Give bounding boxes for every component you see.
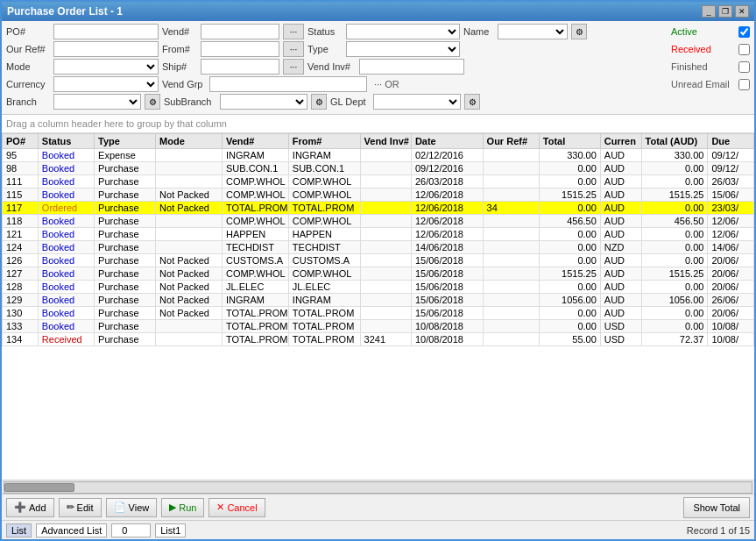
restore-button[interactable]: ❐ (718, 5, 732, 18)
currency-select[interactable] (53, 76, 159, 92)
cell-vend: COMP.WHOL (222, 175, 288, 189)
status-select[interactable] (346, 24, 460, 39)
cell-due: 09/12/ (708, 149, 754, 162)
list-number-input[interactable] (111, 523, 151, 537)
cell-type: Purchase (95, 228, 156, 241)
mode-select[interactable] (53, 59, 159, 75)
cell-type: Purchase (95, 175, 156, 189)
vendinv-input[interactable] (359, 59, 464, 75)
close-button[interactable]: ✕ (735, 5, 749, 18)
ship-input[interactable] (201, 59, 279, 75)
cell-type: Purchase (95, 281, 156, 294)
ourref-input[interactable] (53, 41, 159, 57)
from-input[interactable] (201, 41, 279, 57)
vendgrp-input[interactable] (209, 76, 367, 92)
gldept-gear-button[interactable]: ⚙ (464, 94, 480, 110)
cell-mode (156, 162, 223, 175)
type-select[interactable] (346, 41, 460, 57)
vend-dots-button[interactable]: ··· (283, 24, 304, 39)
cancel-button[interactable]: ✕ Cancel (208, 498, 265, 517)
cell-po: 134 (3, 333, 39, 346)
run-button[interactable]: ▶ Run (161, 498, 204, 517)
col-header-ourref[interactable]: Our Ref# (483, 134, 539, 149)
cell-status: Ordered (38, 202, 94, 215)
cell-vend: TECHDIST (222, 241, 288, 254)
ship-dots-button[interactable]: ··· (283, 59, 304, 75)
table-row[interactable]: 98 Booked Purchase SUB.CON.1 SUB.CON.1 0… (3, 162, 754, 175)
col-header-vendinv[interactable]: Vend Inv# (360, 134, 411, 149)
cell-mode (156, 241, 223, 254)
col-header-curr[interactable]: Curren (600, 134, 641, 149)
table-row[interactable]: 121 Booked Purchase HAPPEN HAPPEN 12/06/… (3, 228, 754, 241)
table-row[interactable]: 129 Booked Purchase Not Packed INGRAM IN… (3, 294, 754, 307)
horizontal-scrollbar[interactable] (4, 481, 752, 494)
cell-type: Expense (95, 149, 156, 162)
name-gear-button[interactable]: ⚙ (571, 24, 587, 39)
scrollbar-thumb[interactable] (4, 483, 74, 492)
cell-vend: TOTAL.PROM (222, 333, 288, 346)
cell-totalaud: 1515.25 (641, 189, 708, 202)
cell-date: 15/06/2018 (411, 294, 483, 307)
cell-total: 0.00 (539, 241, 600, 254)
cell-totalaud: 0.00 (641, 228, 708, 241)
table-row[interactable]: 115 Booked Purchase Not Packed COMP.WHOL… (3, 189, 754, 202)
table-row[interactable]: 128 Booked Purchase Not Packed JL.ELEC J… (3, 281, 754, 294)
table-row[interactable]: 130 Booked Purchase Not Packed TOTAL.PRO… (3, 307, 754, 320)
po-input[interactable] (53, 24, 159, 39)
table-row[interactable]: 126 Booked Purchase Not Packed CUSTOMS.A… (3, 254, 754, 267)
list-tab[interactable]: List (6, 523, 32, 537)
cell-totalaud: 456.50 (641, 215, 708, 228)
gldept-select[interactable] (373, 94, 461, 110)
col-header-totalaud[interactable]: Total (AUD) (641, 134, 708, 149)
from-dots-button[interactable]: ··· (283, 41, 304, 57)
view-button[interactable]: 📄 View (106, 498, 158, 517)
cell-total: 0.00 (539, 202, 600, 215)
col-header-vend[interactable]: Vend# (222, 134, 288, 149)
col-header-due[interactable]: Due (708, 134, 754, 149)
minimize-button[interactable]: _ (702, 5, 716, 18)
vend-input[interactable] (201, 24, 279, 39)
branch-gear-button[interactable]: ⚙ (145, 94, 160, 110)
table-row[interactable]: 95 Booked Expense INGRAM INGRAM 02/12/20… (3, 149, 754, 162)
table-row[interactable]: 124 Booked Purchase TECHDIST TECHDIST 14… (3, 241, 754, 254)
active-checkbox[interactable] (738, 26, 750, 38)
add-button[interactable]: ➕ Add (6, 498, 54, 517)
cell-total: 1515.25 (539, 189, 600, 202)
filter-row-5: Branch ⚙ SubBranch ⚙ GL Dept ⚙ (6, 94, 750, 110)
advanced-list-tab[interactable]: Advanced List (36, 523, 107, 537)
col-header-from[interactable]: From# (288, 134, 360, 149)
col-header-total[interactable]: Total (539, 134, 600, 149)
table-row[interactable]: 127 Booked Purchase Not Packed COMP.WHOL… (3, 267, 754, 281)
cell-mode (156, 333, 223, 346)
list1-tab[interactable]: List1 (155, 523, 186, 537)
edit-button[interactable]: ✏ Edit (59, 498, 102, 517)
table-row[interactable]: 133 Booked Purchase TOTAL.PROM TOTAL.PRO… (3, 320, 754, 333)
col-header-date[interactable]: Date (411, 134, 483, 149)
received-checkbox[interactable] (738, 44, 750, 55)
name-select[interactable] (498, 24, 568, 39)
subbranch-select[interactable] (220, 94, 307, 110)
table-row[interactable]: 118 Booked Purchase COMP.WHOL COMP.WHOL … (3, 215, 754, 228)
run-label: Run (179, 502, 196, 513)
finished-checkbox[interactable] (738, 61, 750, 73)
table-row[interactable]: 111 Booked Purchase COMP.WHOL COMP.WHOL … (3, 175, 754, 189)
branch-select[interactable] (53, 94, 141, 110)
cell-curr: NZD (600, 241, 641, 254)
scrollbar-area[interactable] (2, 480, 754, 494)
col-header-po[interactable]: PO# (3, 134, 39, 149)
cell-type: Purchase (95, 162, 156, 175)
cell-vendinv (360, 149, 411, 162)
show-total-button[interactable]: Show Total (683, 497, 750, 518)
mode-label: Mode (6, 61, 50, 72)
cell-curr: AUD (600, 294, 641, 307)
col-header-type[interactable]: Type (95, 134, 156, 149)
cell-status: Booked (38, 215, 94, 228)
table-row[interactable]: 134 Received Purchase TOTAL.PROM TOTAL.P… (3, 333, 754, 346)
unread-checkbox[interactable] (738, 79, 750, 90)
table-row[interactable]: 117 Ordered Purchase Not Packed TOTAL.PR… (3, 202, 754, 215)
grid-container[interactable]: PO# Status Type Mode Vend# From# Vend In… (2, 133, 754, 480)
cell-po: 128 (3, 281, 39, 294)
col-header-status[interactable]: Status (38, 134, 94, 149)
col-header-mode[interactable]: Mode (156, 134, 223, 149)
subbranch-gear-button[interactable]: ⚙ (311, 94, 327, 110)
